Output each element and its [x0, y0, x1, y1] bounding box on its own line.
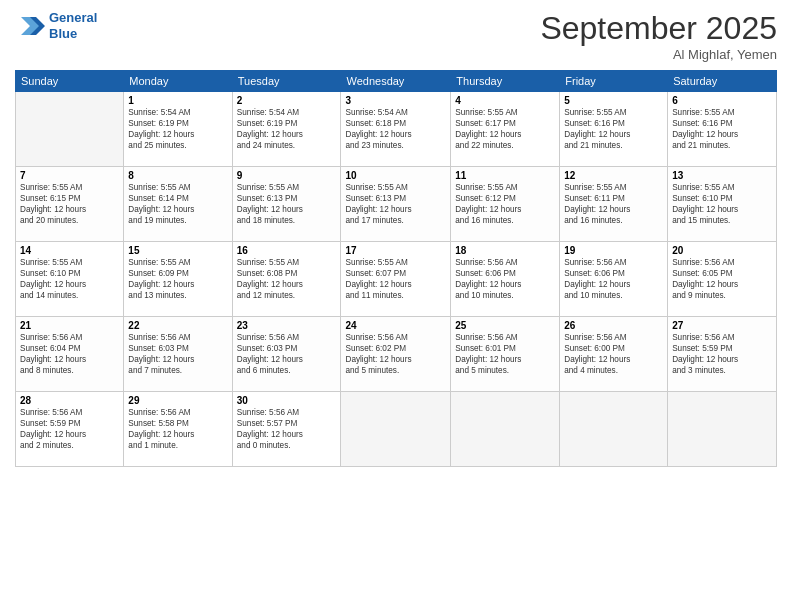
calendar-cell: 13Sunrise: 5:55 AM Sunset: 6:10 PM Dayli…: [668, 167, 777, 242]
day-info: Sunrise: 5:55 AM Sunset: 6:10 PM Dayligh…: [672, 182, 772, 226]
day-number: 30: [237, 395, 337, 406]
calendar-week-row: 14Sunrise: 5:55 AM Sunset: 6:10 PM Dayli…: [16, 242, 777, 317]
day-info: Sunrise: 5:55 AM Sunset: 6:14 PM Dayligh…: [128, 182, 227, 226]
day-info: Sunrise: 5:55 AM Sunset: 6:10 PM Dayligh…: [20, 257, 119, 301]
calendar-cell: 24Sunrise: 5:56 AM Sunset: 6:02 PM Dayli…: [341, 317, 451, 392]
day-number: 17: [345, 245, 446, 256]
day-number: 10: [345, 170, 446, 181]
day-info: Sunrise: 5:54 AM Sunset: 6:19 PM Dayligh…: [128, 107, 227, 151]
day-number: 9: [237, 170, 337, 181]
day-number: 28: [20, 395, 119, 406]
calendar-cell: 20Sunrise: 5:56 AM Sunset: 6:05 PM Dayli…: [668, 242, 777, 317]
day-number: 21: [20, 320, 119, 331]
day-info: Sunrise: 5:56 AM Sunset: 6:06 PM Dayligh…: [564, 257, 663, 301]
calendar-cell: 28Sunrise: 5:56 AM Sunset: 5:59 PM Dayli…: [16, 392, 124, 467]
calendar-cell: [341, 392, 451, 467]
day-info: Sunrise: 5:56 AM Sunset: 6:05 PM Dayligh…: [672, 257, 772, 301]
weekday-header: Friday: [560, 71, 668, 92]
day-info: Sunrise: 5:55 AM Sunset: 6:11 PM Dayligh…: [564, 182, 663, 226]
day-info: Sunrise: 5:55 AM Sunset: 6:08 PM Dayligh…: [237, 257, 337, 301]
day-number: 14: [20, 245, 119, 256]
day-info: Sunrise: 5:55 AM Sunset: 6:15 PM Dayligh…: [20, 182, 119, 226]
day-info: Sunrise: 5:55 AM Sunset: 6:16 PM Dayligh…: [564, 107, 663, 151]
calendar-cell: 16Sunrise: 5:55 AM Sunset: 6:08 PM Dayli…: [232, 242, 341, 317]
day-number: 4: [455, 95, 555, 106]
day-number: 18: [455, 245, 555, 256]
weekday-header: Sunday: [16, 71, 124, 92]
day-info: Sunrise: 5:56 AM Sunset: 6:04 PM Dayligh…: [20, 332, 119, 376]
day-number: 23: [237, 320, 337, 331]
calendar-cell: 2Sunrise: 5:54 AM Sunset: 6:19 PM Daylig…: [232, 92, 341, 167]
month-title: September 2025: [540, 10, 777, 47]
day-number: 22: [128, 320, 227, 331]
day-info: Sunrise: 5:55 AM Sunset: 6:09 PM Dayligh…: [128, 257, 227, 301]
day-number: 26: [564, 320, 663, 331]
day-info: Sunrise: 5:56 AM Sunset: 6:02 PM Dayligh…: [345, 332, 446, 376]
day-info: Sunrise: 5:56 AM Sunset: 6:01 PM Dayligh…: [455, 332, 555, 376]
calendar-cell: 6Sunrise: 5:55 AM Sunset: 6:16 PM Daylig…: [668, 92, 777, 167]
calendar-cell: 21Sunrise: 5:56 AM Sunset: 6:04 PM Dayli…: [16, 317, 124, 392]
calendar-cell: 9Sunrise: 5:55 AM Sunset: 6:13 PM Daylig…: [232, 167, 341, 242]
calendar-cell: 30Sunrise: 5:56 AM Sunset: 5:57 PM Dayli…: [232, 392, 341, 467]
day-info: Sunrise: 5:56 AM Sunset: 6:06 PM Dayligh…: [455, 257, 555, 301]
day-number: 6: [672, 95, 772, 106]
calendar-week-row: 21Sunrise: 5:56 AM Sunset: 6:04 PM Dayli…: [16, 317, 777, 392]
day-info: Sunrise: 5:56 AM Sunset: 6:03 PM Dayligh…: [128, 332, 227, 376]
calendar-cell: 12Sunrise: 5:55 AM Sunset: 6:11 PM Dayli…: [560, 167, 668, 242]
day-info: Sunrise: 5:55 AM Sunset: 6:13 PM Dayligh…: [345, 182, 446, 226]
calendar-week-row: 1Sunrise: 5:54 AM Sunset: 6:19 PM Daylig…: [16, 92, 777, 167]
day-info: Sunrise: 5:55 AM Sunset: 6:07 PM Dayligh…: [345, 257, 446, 301]
calendar-cell: 23Sunrise: 5:56 AM Sunset: 6:03 PM Dayli…: [232, 317, 341, 392]
calendar-cell: 27Sunrise: 5:56 AM Sunset: 5:59 PM Dayli…: [668, 317, 777, 392]
calendar-cell: [451, 392, 560, 467]
calendar-cell: 11Sunrise: 5:55 AM Sunset: 6:12 PM Dayli…: [451, 167, 560, 242]
day-number: 24: [345, 320, 446, 331]
day-info: Sunrise: 5:56 AM Sunset: 6:00 PM Dayligh…: [564, 332, 663, 376]
calendar-cell: 5Sunrise: 5:55 AM Sunset: 6:16 PM Daylig…: [560, 92, 668, 167]
calendar-cell: 14Sunrise: 5:55 AM Sunset: 6:10 PM Dayli…: [16, 242, 124, 317]
calendar-cell: 22Sunrise: 5:56 AM Sunset: 6:03 PM Dayli…: [124, 317, 232, 392]
calendar-cell: [16, 92, 124, 167]
day-number: 27: [672, 320, 772, 331]
calendar-week-row: 7Sunrise: 5:55 AM Sunset: 6:15 PM Daylig…: [16, 167, 777, 242]
logo-icon: [15, 11, 45, 41]
day-info: Sunrise: 5:55 AM Sunset: 6:12 PM Dayligh…: [455, 182, 555, 226]
logo-text: General Blue: [49, 10, 97, 41]
calendar-cell: [668, 392, 777, 467]
day-number: 15: [128, 245, 227, 256]
day-number: 16: [237, 245, 337, 256]
day-info: Sunrise: 5:55 AM Sunset: 6:13 PM Dayligh…: [237, 182, 337, 226]
calendar-cell: 29Sunrise: 5:56 AM Sunset: 5:58 PM Dayli…: [124, 392, 232, 467]
day-number: 8: [128, 170, 227, 181]
calendar-cell: 4Sunrise: 5:55 AM Sunset: 6:17 PM Daylig…: [451, 92, 560, 167]
day-info: Sunrise: 5:56 AM Sunset: 5:59 PM Dayligh…: [20, 407, 119, 451]
weekday-header: Monday: [124, 71, 232, 92]
calendar-cell: 19Sunrise: 5:56 AM Sunset: 6:06 PM Dayli…: [560, 242, 668, 317]
day-info: Sunrise: 5:55 AM Sunset: 6:17 PM Dayligh…: [455, 107, 555, 151]
day-number: 12: [564, 170, 663, 181]
day-info: Sunrise: 5:54 AM Sunset: 6:18 PM Dayligh…: [345, 107, 446, 151]
page: General Blue September 2025 Al Mighlaf, …: [0, 0, 792, 612]
day-number: 1: [128, 95, 227, 106]
header: General Blue September 2025 Al Mighlaf, …: [15, 10, 777, 62]
calendar-cell: 1Sunrise: 5:54 AM Sunset: 6:19 PM Daylig…: [124, 92, 232, 167]
calendar-cell: 8Sunrise: 5:55 AM Sunset: 6:14 PM Daylig…: [124, 167, 232, 242]
day-number: 11: [455, 170, 555, 181]
calendar-cell: 26Sunrise: 5:56 AM Sunset: 6:00 PM Dayli…: [560, 317, 668, 392]
logo: General Blue: [15, 10, 97, 41]
calendar-cell: 17Sunrise: 5:55 AM Sunset: 6:07 PM Dayli…: [341, 242, 451, 317]
day-number: 2: [237, 95, 337, 106]
day-info: Sunrise: 5:56 AM Sunset: 5:57 PM Dayligh…: [237, 407, 337, 451]
day-info: Sunrise: 5:54 AM Sunset: 6:19 PM Dayligh…: [237, 107, 337, 151]
weekday-header: Thursday: [451, 71, 560, 92]
day-number: 25: [455, 320, 555, 331]
day-info: Sunrise: 5:56 AM Sunset: 6:03 PM Dayligh…: [237, 332, 337, 376]
day-number: 13: [672, 170, 772, 181]
day-number: 5: [564, 95, 663, 106]
location: Al Mighlaf, Yemen: [540, 47, 777, 62]
day-info: Sunrise: 5:55 AM Sunset: 6:16 PM Dayligh…: [672, 107, 772, 151]
calendar-cell: 25Sunrise: 5:56 AM Sunset: 6:01 PM Dayli…: [451, 317, 560, 392]
calendar-cell: [560, 392, 668, 467]
calendar-week-row: 28Sunrise: 5:56 AM Sunset: 5:59 PM Dayli…: [16, 392, 777, 467]
calendar-table: SundayMondayTuesdayWednesdayThursdayFrid…: [15, 70, 777, 467]
